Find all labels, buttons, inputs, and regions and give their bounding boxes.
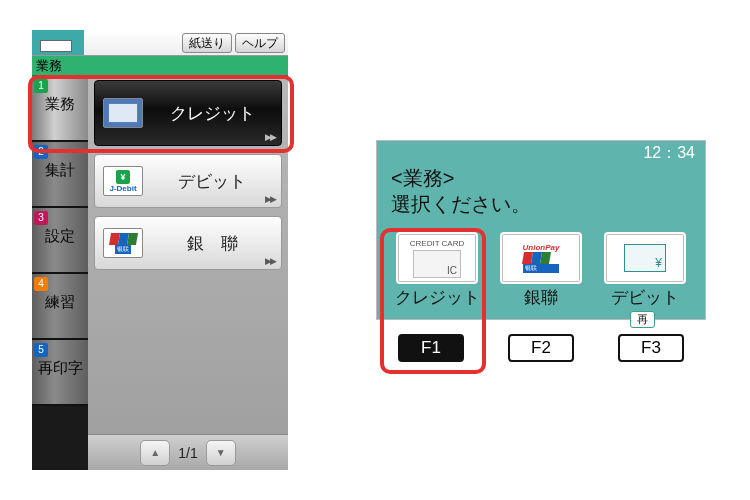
menu-item-credit[interactable]: クレジット ▶▶ xyxy=(94,80,282,146)
card-options: CREDIT CARD クレジット UnionPay 银联 銀聯 xyxy=(377,232,705,309)
prompt-line2: 選択ください。 xyxy=(391,193,531,215)
tab-label: 再印字 xyxy=(34,359,86,378)
option-unionpay[interactable]: UnionPay 银联 銀聯 xyxy=(495,232,587,309)
menu-label: 銀 聯 xyxy=(151,232,273,255)
menu-label: クレジット xyxy=(151,102,273,125)
fkey-f3[interactable]: F3 xyxy=(618,334,684,362)
section-title-bar: 業務 xyxy=(32,56,288,76)
section-title: 業務 xyxy=(36,57,62,75)
tab-number: 2 xyxy=(34,145,48,159)
prompt-text: <業務> 選択ください。 xyxy=(391,165,531,217)
sai-badge: 再 xyxy=(630,311,655,328)
sidebar-tab-settei[interactable]: 3 設定 xyxy=(32,208,88,274)
body: 1 業務 2 集計 3 設定 4 練習 5 再印字 クレジッ xyxy=(32,76,288,470)
card-status-icon: CARD xyxy=(32,30,84,55)
credit-ic-icon: CREDIT CARD xyxy=(396,232,478,284)
tab-number: 4 xyxy=(34,277,48,291)
card-status-label: CARD xyxy=(48,39,68,46)
credit-caption: CREDIT CARD xyxy=(410,239,465,248)
tab-label: 練習 xyxy=(34,293,86,312)
option-label: デビット xyxy=(611,286,679,309)
fkey-f1[interactable]: F1 xyxy=(398,334,464,362)
option-credit[interactable]: CREDIT CARD クレジット xyxy=(391,232,483,309)
sidebar: 1 業務 2 集計 3 設定 4 練習 5 再印字 xyxy=(32,76,88,470)
unionpay-text: 银联 xyxy=(523,264,560,273)
menu-item-debit[interactable]: ¥ J-Debit デビット ▶▶ xyxy=(94,154,282,208)
jdebit-icon: ¥ J-Debit xyxy=(103,166,143,196)
help-button[interactable]: ヘルプ xyxy=(235,33,285,53)
prompt-line1: <業務> xyxy=(391,167,454,189)
jdebit-text: J-Debit xyxy=(109,184,136,193)
chevron-right-icon: ▶▶ xyxy=(265,132,275,142)
screen: 12：34 <業務> 選択ください。 CREDIT CARD クレジット Uni… xyxy=(376,140,706,320)
sidebar-tab-shuukei[interactable]: 2 集計 xyxy=(32,142,88,208)
tab-number: 5 xyxy=(34,343,48,357)
sidebar-tab-renshuu[interactable]: 4 練習 xyxy=(32,274,88,340)
sidebar-tab-saiinji[interactable]: 5 再印字 xyxy=(32,340,88,406)
credit-card-icon xyxy=(103,98,143,128)
main-menu: クレジット ▶▶ ¥ J-Debit デビット ▶▶ 银联 xyxy=(88,76,288,470)
page-indicator: 1/1 xyxy=(178,445,197,461)
sidebar-tab-gyoumu[interactable]: 1 業務 xyxy=(32,76,88,142)
chevron-right-icon: ▶▶ xyxy=(265,256,275,266)
unionpay-icon: UnionPay 银联 xyxy=(500,232,582,284)
top-bar: CARD 紙送り ヘルプ xyxy=(32,30,288,56)
chevron-right-icon: ▶▶ xyxy=(265,194,275,204)
unionpay-caption: UnionPay xyxy=(523,243,560,252)
option-debit[interactable]: デビット xyxy=(599,232,691,309)
tab-number: 3 xyxy=(34,211,48,225)
pager: ▲ 1/1 ▼ xyxy=(88,434,288,470)
tab-label: 業務 xyxy=(34,95,86,114)
option-label: クレジット xyxy=(395,286,480,309)
option-label: 銀聯 xyxy=(524,286,558,309)
tab-label: 集計 xyxy=(34,161,86,180)
page-down-button[interactable]: ▼ xyxy=(206,440,236,466)
clock: 12：34 xyxy=(643,143,695,164)
menu-label: デビット xyxy=(151,170,273,193)
page-up-button[interactable]: ▲ xyxy=(140,440,170,466)
fkey-f2[interactable]: F2 xyxy=(508,334,574,362)
unionpay-text: 银联 xyxy=(115,245,131,254)
tab-label: 設定 xyxy=(34,227,86,246)
debit-icon xyxy=(604,232,686,284)
menu-item-unionpay[interactable]: 银联 銀 聯 ▶▶ xyxy=(94,216,282,270)
function-keys: F1 F2 F3 xyxy=(376,334,706,362)
terminal-right: 12：34 <業務> 選択ください。 CREDIT CARD クレジット Uni… xyxy=(376,140,706,370)
unionpay-icon: 银联 xyxy=(103,228,143,258)
terminal-left: CARD 紙送り ヘルプ 業務 1 業務 2 集計 3 設定 4 練習 xyxy=(32,30,288,470)
paper-feed-button[interactable]: 紙送り xyxy=(182,33,232,53)
tab-number: 1 xyxy=(34,79,48,93)
